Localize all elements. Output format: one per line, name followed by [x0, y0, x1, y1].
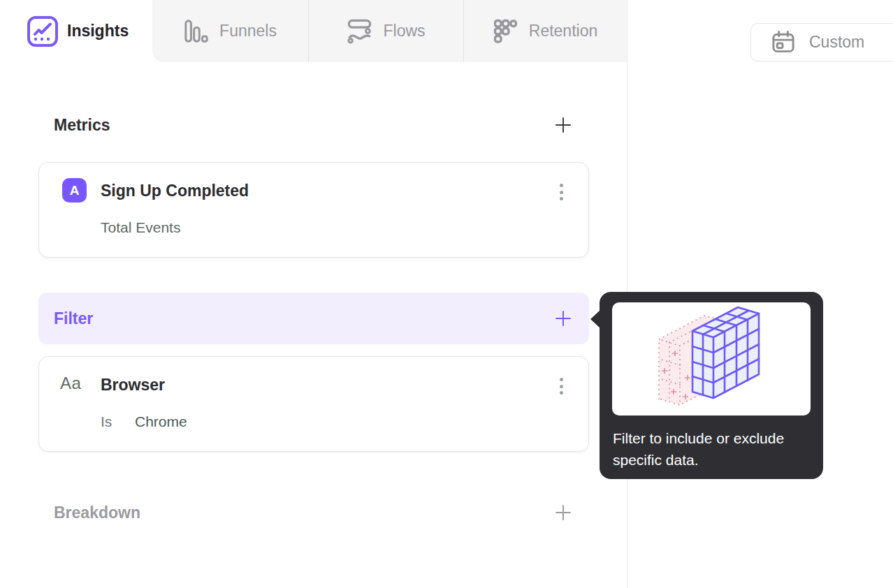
- metric-badge: A: [62, 178, 87, 203]
- date-range-label: Custom: [809, 33, 864, 52]
- tooltip-text: Filter to include or exclude specific da…: [613, 427, 789, 471]
- filter-property-name: Browser: [101, 374, 165, 396]
- add-metric-button plus-icon[interactable]: [556, 117, 571, 133]
- metric-options-menu kebab-icon[interactable]: [553, 179, 569, 205]
- filter-section-header: Filter: [38, 293, 589, 344]
- tab-flows-label: Flows: [383, 22, 425, 41]
- filter-card[interactable]: Aa Browser Is Chrome: [38, 356, 589, 452]
- tooltip-arrow: [590, 310, 600, 328]
- metric-measurement[interactable]: Total Events: [101, 219, 180, 236]
- add-breakdown-button plus-icon[interactable]: [556, 505, 571, 520]
- flows-icon: [347, 18, 372, 44]
- metrics-title: Metrics: [54, 116, 110, 135]
- filter-operator[interactable]: Is: [101, 413, 112, 430]
- funnel-bars-icon: [184, 19, 209, 44]
- date-range-button[interactable]: Custom: [750, 23, 893, 61]
- tab-retention[interactable]: Retention: [463, 0, 627, 62]
- filter-title: Filter: [54, 309, 93, 328]
- filter-value[interactable]: Chrome: [135, 413, 187, 430]
- breakdown-section-header: Breakdown: [38, 500, 589, 525]
- metrics-section-header: Metrics: [38, 112, 589, 138]
- breakdown-title: Breakdown: [54, 504, 140, 522]
- text-property-icon: Aa: [60, 374, 81, 393]
- tab-retention-label: Retention: [529, 22, 597, 41]
- metric-event-name: Sign Up Completed: [101, 180, 249, 202]
- filter-options-menu kebab-icon[interactable]: [553, 374, 569, 399]
- line-chart-icon: [27, 15, 59, 47]
- filter-cube-illustration: [612, 302, 811, 416]
- tab-insights[interactable]: Insights: [0, 0, 152, 62]
- tab-insights-label: Insights: [67, 22, 129, 41]
- tab-strip: Funnels Flows: [152, 0, 627, 62]
- tab-funnels-label: Funnels: [219, 22, 277, 41]
- metric-card[interactable]: A Sign Up Completed Total Events: [38, 162, 589, 258]
- calendar-icon: [771, 29, 797, 55]
- filter-tooltip: Filter to include or exclude specific da…: [600, 292, 823, 479]
- retention-dots-icon: [493, 19, 518, 44]
- tab-funnels[interactable]: Funnels: [152, 0, 308, 62]
- tab-flows[interactable]: Flows: [308, 0, 463, 62]
- tooltip-illustration: [612, 302, 811, 416]
- insights-report-builder: Funnels Flows: [0, 0, 893, 588]
- add-filter-button plus-icon[interactable]: [556, 311, 571, 326]
